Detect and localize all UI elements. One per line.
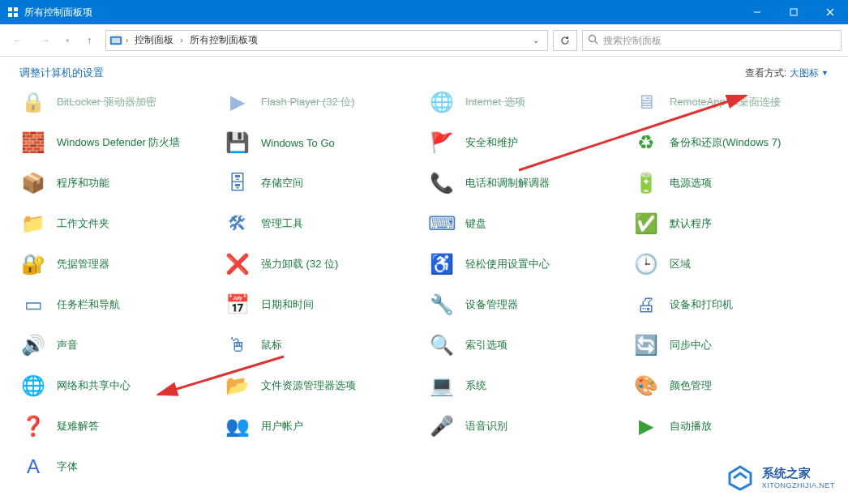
cp-item-date-time[interactable]: 📅日期和时间: [224, 290, 420, 319]
cp-item-label: 存储空间: [261, 176, 303, 190]
remote-icon: 🖥: [632, 89, 660, 116]
breadcrumb-sep-icon: ›: [126, 36, 128, 45]
printer-icon: 🖨: [632, 291, 660, 318]
cp-item-fonts[interactable]: A字体: [19, 452, 216, 481]
font-icon: A: [19, 453, 47, 481]
sync-icon: 🔄: [632, 331, 660, 359]
drives-icon: 🗄: [224, 169, 251, 197]
cp-item-label: 凭据管理器: [57, 257, 109, 271]
cp-item-sound[interactable]: 🔊声音: [19, 331, 216, 360]
bottom-fade: [0, 499, 848, 504]
cp-item-backup-restore[interactable]: ♻备份和还原(Windows 7): [632, 128, 829, 157]
lock-drive-icon: 🔒: [19, 89, 47, 116]
cp-item-label: 轻松使用设置中心: [465, 257, 550, 271]
cp-item-device-manager[interactable]: 🔧设备管理器: [428, 290, 624, 319]
svg-rect-3: [14, 13, 18, 17]
flag-icon: 🚩: [428, 129, 456, 156]
vault-icon: 🔐: [19, 250, 47, 278]
cp-item-label: 索引选项: [465, 338, 508, 352]
cp-item-label: 工作文件夹: [57, 216, 109, 231]
cp-item-file-explorer-options[interactable]: 📂文件资源管理器选项: [224, 371, 420, 400]
cp-item-windows-to-go[interactable]: 💾Windows To Go: [224, 128, 420, 157]
trouble-icon: ❓: [19, 412, 47, 440]
cp-item-user-accounts[interactable]: 👥用户帐户: [224, 412, 420, 441]
cp-item-phone-modem[interactable]: 📞电话和调制解调器: [428, 169, 624, 198]
breadcrumb[interactable]: › 控制面板 › 所有控制面板项 ⌄: [105, 30, 548, 51]
cp-item-label: 系统: [465, 378, 486, 393]
cp-item-mouse[interactable]: 🖱鼠标: [224, 331, 420, 360]
cp-item-security-maintenance[interactable]: 🚩安全和维护: [428, 128, 624, 157]
cp-item-label: 设备和打印机: [670, 297, 733, 312]
cp-item-programs-features[interactable]: 📦程序和功能: [19, 169, 216, 198]
close-button[interactable]: [812, 0, 848, 24]
refresh-button[interactable]: [553, 30, 577, 51]
cp-item-label: 安全和维护: [465, 135, 518, 150]
cp-item-color-management[interactable]: 🎨颜色管理: [632, 371, 829, 400]
backup-icon: ♻: [632, 129, 660, 156]
speaker-icon: 🔊: [19, 331, 47, 359]
cp-item-defender-firewall[interactable]: 🧱Windows Defender 防火墙: [19, 128, 216, 157]
cp-item-default-programs[interactable]: ✅默认程序: [632, 209, 829, 238]
flash-icon: ▶: [224, 89, 251, 116]
cp-item-admin-tools[interactable]: 🛠管理工具: [224, 209, 420, 238]
cp-item-label: BitLocker 驱动器加密: [57, 95, 156, 109]
search-input[interactable]: [603, 35, 836, 46]
cp-item-flash-player[interactable]: ▶Flash Player (32 位): [224, 89, 420, 117]
cp-item-region[interactable]: 🕒区域: [632, 250, 829, 279]
cp-item-label: 任务栏和导航: [57, 297, 120, 312]
cp-item-storage-spaces[interactable]: 🗄存储空间: [224, 169, 420, 198]
color-icon: 🎨: [632, 372, 660, 399]
control-panel-icon: [6, 6, 19, 19]
back-button[interactable]: ←: [6, 29, 29, 52]
address-dropdown-icon[interactable]: ⌄: [528, 36, 544, 45]
default-prog-icon: ✅: [632, 210, 660, 237]
breadcrumb-sep-icon: ›: [180, 36, 182, 45]
cp-item-power-options[interactable]: 🔋电源选项: [632, 169, 829, 198]
cp-item-indexing[interactable]: 🔍索引选项: [428, 331, 624, 360]
uninstall-icon: ❌: [224, 250, 251, 278]
cp-item-label: 网络和共享中心: [57, 378, 131, 393]
cp-item-sync-center[interactable]: 🔄同步中心: [632, 331, 829, 360]
breadcrumb-root[interactable]: 控制面板: [131, 33, 177, 47]
cp-item-system[interactable]: 💻系统: [428, 371, 624, 400]
up-button[interactable]: ↑: [78, 29, 101, 52]
cp-item-ease-of-access[interactable]: ♿轻松使用设置中心: [428, 250, 624, 279]
cp-item-label: Flash Player (32 位): [261, 95, 355, 109]
recent-dropdown[interactable]: ▾: [62, 29, 73, 52]
phone-icon: 📞: [428, 169, 456, 197]
cp-item-internet-options[interactable]: 🌐Internet 选项: [428, 89, 624, 117]
cp-item-work-folders[interactable]: 📁工作文件夹: [19, 209, 216, 238]
battery-icon: 🔋: [632, 169, 660, 197]
cp-item-troubleshooting[interactable]: ❓疑难解答: [19, 412, 216, 441]
cp-item-network-sharing[interactable]: 🌐网络和共享中心: [19, 371, 216, 400]
svg-line-11: [595, 41, 598, 44]
cp-item-devices-printers[interactable]: 🖨设备和打印机: [632, 290, 829, 319]
window-title: 所有控制面板项: [24, 6, 739, 19]
view-dropdown[interactable]: 大图标 ▼: [790, 66, 829, 80]
autoplay-icon: ▶: [632, 412, 660, 440]
cp-item-credential-manager[interactable]: 🔐凭据管理器: [19, 250, 216, 279]
cp-item-taskbar-nav[interactable]: ▭任务栏和导航: [19, 290, 216, 319]
cp-item-label: 区域: [670, 257, 691, 271]
cp-item-remoteapp[interactable]: 🖥RemoteApp 和桌面连接: [632, 89, 829, 117]
forward-button[interactable]: →: [34, 29, 57, 52]
cp-item-bitlocker[interactable]: 🔒BitLocker 驱动器加密: [19, 89, 216, 117]
cp-item-label: Internet 选项: [465, 95, 525, 109]
folder-sync-icon: 📁: [19, 210, 47, 237]
keyboard-icon: ⌨: [428, 210, 456, 237]
watermark-url: XITONGZHIJIA.NET: [762, 481, 835, 489]
mouse-icon: 🖱: [224, 331, 251, 359]
cp-item-speech-recognition[interactable]: 🎤语音识别: [428, 412, 624, 441]
ease-icon: ♿: [428, 250, 456, 278]
minimize-button[interactable]: [739, 0, 775, 24]
maximize-button[interactable]: [775, 0, 812, 24]
cp-item-keyboard[interactable]: ⌨键盘: [428, 209, 624, 238]
cp-item-label: Windows To Go: [261, 137, 335, 149]
content-area: 🔒BitLocker 驱动器加密▶Flash Player (32 位)🌐Int…: [0, 89, 848, 504]
search-box[interactable]: [582, 30, 842, 51]
breadcrumb-current[interactable]: 所有控制面板项: [186, 33, 261, 47]
header-row: 调整计算机的设置 查看方式: 大图标 ▼: [0, 57, 848, 89]
page-title: 调整计算机的设置: [19, 66, 104, 80]
cp-item-autoplay[interactable]: ▶自动播放: [632, 412, 829, 441]
cp-item-force-uninstall[interactable]: ❌强力卸载 (32 位): [224, 250, 420, 279]
